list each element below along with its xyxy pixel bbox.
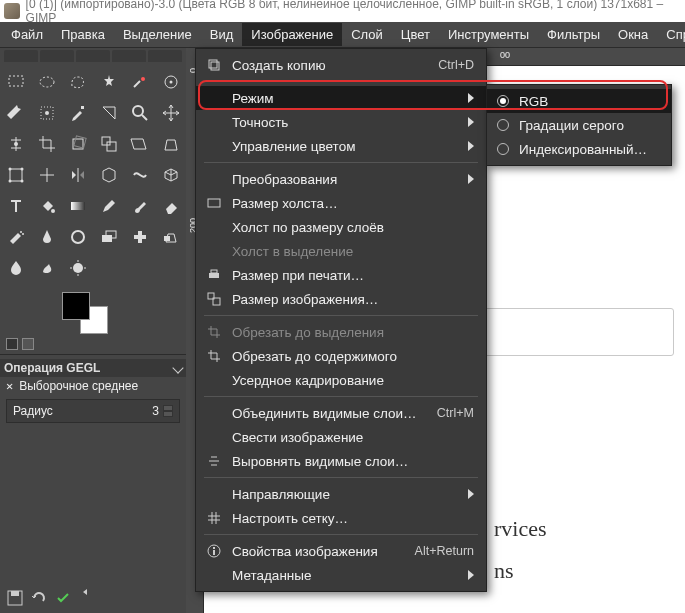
page-text: rvices <box>494 516 547 542</box>
radio-icon <box>497 119 509 131</box>
menu-edit[interactable]: Правка <box>52 23 114 46</box>
menu-scale-image[interactable]: Размер изображения… <box>196 287 486 311</box>
collapse-icon[interactable] <box>172 362 183 373</box>
menu-precision[interactable]: Точность <box>196 110 486 134</box>
close-icon[interactable]: ✕ <box>6 379 13 393</box>
tool-text[interactable] <box>2 192 30 220</box>
menu-windows[interactable]: Окна <box>609 23 657 46</box>
menu-layer[interactable]: Слой <box>342 23 392 46</box>
svg-point-15 <box>8 168 11 171</box>
tool-clone[interactable] <box>95 223 123 251</box>
tool-flip[interactable] <box>64 161 92 189</box>
tool-move[interactable] <box>157 99 185 127</box>
tool-handle-transform[interactable] <box>33 161 61 189</box>
restore-preset-icon[interactable] <box>30 589 48 607</box>
tool-3d-transform[interactable] <box>157 161 185 189</box>
tool-bucket-fill[interactable] <box>33 192 61 220</box>
tool-warp[interactable] <box>126 161 154 189</box>
mode-grayscale[interactable]: Градации серого <box>487 113 671 137</box>
svg-point-16 <box>20 168 23 171</box>
tool-foreground-select[interactable] <box>2 99 30 127</box>
tool-free-select[interactable] <box>64 68 92 96</box>
menu-merge-visible[interactable]: Объединить видимые слои… Ctrl+M <box>196 401 486 425</box>
toolbox-tab[interactable] <box>112 50 146 62</box>
tool-pencil[interactable] <box>95 192 123 220</box>
tool-smudge[interactable] <box>33 254 61 282</box>
tool-eraser[interactable] <box>157 192 185 220</box>
menu-separator <box>204 162 478 163</box>
menu-filters[interactable]: Фильтры <box>538 23 609 46</box>
menu-metadata[interactable]: Метаданные <box>196 563 486 587</box>
tool-perspective-clone[interactable] <box>157 223 185 251</box>
tool-mypaint[interactable] <box>64 223 92 251</box>
mini-indicator[interactable] <box>22 338 34 350</box>
svg-rect-27 <box>138 231 142 243</box>
tool-cage[interactable] <box>95 161 123 189</box>
tool-dodge[interactable] <box>64 254 92 282</box>
tool-ellipse-select[interactable] <box>33 68 61 96</box>
menu-canvas-size[interactable]: Размер холста… <box>196 191 486 215</box>
svg-rect-7 <box>81 106 84 109</box>
menu-guides[interactable]: Направляющие <box>196 482 486 506</box>
menu-configure-grid[interactable]: Настроить сетку… <box>196 506 486 530</box>
menu-flatten[interactable]: Свести изображение <box>196 425 486 449</box>
menu-tools[interactable]: Инструменты <box>439 23 538 46</box>
ruler-tick: 00 <box>500 50 510 60</box>
tool-gradient[interactable] <box>64 192 92 220</box>
tool-rotate[interactable] <box>64 130 92 158</box>
radius-field[interactable]: Радиус 3 <box>6 399 180 423</box>
toolbox-tab[interactable] <box>148 50 182 62</box>
menu-select[interactable]: Выделение <box>114 23 201 46</box>
menu-color-management[interactable]: Управление цветом <box>196 134 486 158</box>
tool-airbrush[interactable] <box>2 223 30 251</box>
menu-print-size[interactable]: Размер при печати… <box>196 263 486 287</box>
mode-rgb[interactable]: RGB <box>487 89 671 113</box>
tool-blur[interactable] <box>2 254 30 282</box>
canvas-size-icon <box>206 196 222 210</box>
fg-color[interactable] <box>62 292 90 320</box>
menu-file[interactable]: Файл <box>2 23 52 46</box>
tool-measure[interactable] <box>95 99 123 127</box>
tool-perspective[interactable] <box>157 130 185 158</box>
menu-align-visible[interactable]: Выровнять видимые слои… <box>196 449 486 473</box>
toolbox-tab[interactable] <box>4 50 38 62</box>
menu-crop-to-selection: Обрезать до выделения <box>196 320 486 344</box>
toolbox-tab[interactable] <box>76 50 110 62</box>
tool-paintbrush[interactable] <box>126 192 154 220</box>
menu-duplicate[interactable]: Создать копию Ctrl+D <box>196 53 486 77</box>
tool-crop[interactable] <box>33 130 61 158</box>
tool-grid <box>0 64 186 286</box>
tool-by-color-select[interactable] <box>126 68 154 96</box>
menu-colors[interactable]: Цвет <box>392 23 439 46</box>
tool-color-picker[interactable] <box>64 99 92 127</box>
menu-image[interactable]: Изображение <box>242 23 342 46</box>
tool-align[interactable] <box>2 130 30 158</box>
tool-unified-transform[interactable] <box>2 161 30 189</box>
tool-rect-select[interactable] <box>2 68 30 96</box>
menu-crop-to-content[interactable]: Обрезать до содержимого <box>196 344 486 368</box>
menu-view[interactable]: Вид <box>201 23 243 46</box>
toolbox-tab[interactable] <box>40 50 74 62</box>
menu-image-properties[interactable]: Свойства изображения Alt+Return <box>196 539 486 563</box>
menu-zealous-crop[interactable]: Усердное кадрирование <box>196 368 486 392</box>
mode-indexed[interactable]: Индексированный… <box>487 137 671 161</box>
tool-scale[interactable] <box>95 130 123 158</box>
tool-zoom[interactable] <box>126 99 154 127</box>
tool-heal[interactable] <box>126 223 154 251</box>
reset-icon[interactable] <box>78 589 96 607</box>
spin-down[interactable] <box>163 411 173 417</box>
tool-ink[interactable] <box>33 223 61 251</box>
menu-mode[interactable]: Режим <box>196 86 486 110</box>
save-preset-icon[interactable] <box>6 589 24 607</box>
menu-transform[interactable]: Преобразования <box>196 167 486 191</box>
color-swatch[interactable] <box>62 292 108 334</box>
radius-value: 3 <box>152 404 159 418</box>
delete-preset-icon[interactable] <box>54 589 72 607</box>
tool-paths[interactable] <box>33 99 61 127</box>
menu-help[interactable]: Справка <box>657 23 685 46</box>
menu-fit-canvas-to-layers[interactable]: Холст по размеру слоёв <box>196 215 486 239</box>
tool-shear[interactable] <box>126 130 154 158</box>
mini-indicator[interactable] <box>6 338 18 350</box>
tool-fuzzy-select[interactable] <box>95 68 123 96</box>
tool-iscissors[interactable] <box>157 68 185 96</box>
